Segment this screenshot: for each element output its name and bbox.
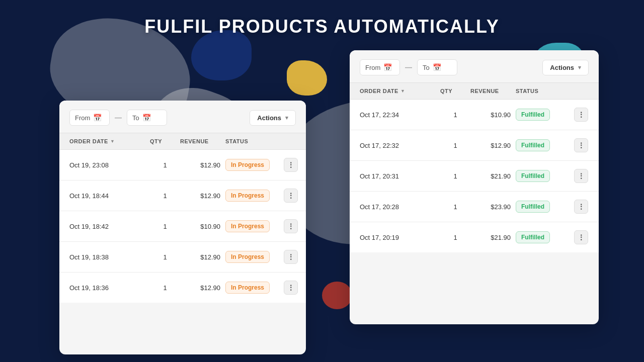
cell-qty: 1: [440, 142, 470, 149]
cell-date: Oct 17, 20:28: [360, 203, 440, 211]
cell-qty: 1: [150, 284, 180, 292]
th-order-date-right[interactable]: ORDER DATE ▼: [360, 88, 440, 94]
to-date-right[interactable]: To 📅: [417, 59, 457, 75]
row-action-button[interactable]: ⋮: [574, 108, 588, 122]
row-action-button[interactable]: ⋮: [284, 158, 298, 172]
row-action-button[interactable]: ⋮: [574, 230, 588, 244]
row-action-button[interactable]: ⋮: [284, 219, 298, 233]
from-label-right: From: [365, 64, 380, 71]
sort-icon-left: ▼: [110, 139, 115, 144]
cell-status: In Progress: [225, 190, 281, 202]
table-row: Oct 19, 18:38 1 $12.90 In Progress ⋮: [59, 242, 306, 273]
cell-actions: ⋮: [281, 158, 301, 172]
cell-actions: ⋮: [281, 189, 301, 203]
dash-left: —: [115, 114, 122, 122]
cell-qty: 1: [150, 192, 180, 200]
card-left: From 📅 — To 📅 Actions ▾ ORDER DATE ▼ QTY…: [59, 101, 306, 354]
cell-status: Fulfilled: [516, 231, 571, 243]
cell-date: Oct 17, 20:31: [360, 172, 440, 180]
table-row: Oct 17, 20:19 1 $21.90 Fulfilled ⋮: [350, 222, 599, 252]
sort-icon-right: ▼: [400, 88, 405, 94]
cell-qty: 1: [440, 203, 470, 211]
th-revenue-left: REVENUE: [180, 138, 225, 144]
to-label-left: To: [132, 114, 139, 122]
table-row: Oct 19, 18:42 1 $10.90 In Progress ⋮: [59, 211, 306, 242]
table-row: Oct 19, 18:36 1 $12.90 In Progress ⋮: [59, 273, 306, 303]
th-qty-right: QTY: [440, 88, 470, 94]
actions-button-right[interactable]: Actions ▾: [542, 60, 589, 75]
bg-blob-2: [191, 30, 252, 80]
table-row: Oct 17, 20:28 1 $23.90 Fulfilled ⋮: [350, 192, 599, 222]
chevron-down-icon-left: ▾: [285, 115, 288, 121]
cell-status: Fulfilled: [516, 139, 571, 151]
dash-right: —: [405, 63, 412, 71]
cell-status: In Progress: [225, 251, 281, 263]
cell-qty: 1: [150, 161, 180, 169]
from-label-left: From: [75, 114, 90, 122]
from-date-right[interactable]: From 📅: [360, 59, 400, 75]
cell-date: Oct 17, 20:19: [360, 234, 440, 241]
calendar-icon-from-left: 📅: [93, 114, 102, 122]
status-badge: In Progress: [225, 190, 270, 202]
cell-revenue: $12.90: [180, 253, 225, 261]
th-actions-col-right: [571, 88, 591, 94]
status-badge: In Progress: [225, 251, 270, 263]
status-badge: Fulfilled: [516, 170, 550, 182]
cell-revenue: $12.90: [470, 142, 516, 149]
actions-label-right: Actions: [550, 64, 574, 71]
row-action-button[interactable]: ⋮: [284, 189, 298, 203]
table-right: Oct 17, 22:34 1 $10.90 Fulfilled ⋮ Oct 1…: [350, 100, 599, 252]
card-right: From 📅 — To 📅 Actions ▾ ORDER DATE ▼ QTY…: [350, 50, 599, 324]
row-action-button[interactable]: ⋮: [574, 138, 588, 152]
to-date-left[interactable]: To 📅: [127, 110, 167, 126]
cell-actions: ⋮: [281, 281, 301, 295]
status-badge: Fulfilled: [516, 139, 550, 151]
cell-qty: 1: [440, 111, 470, 119]
table-row: Oct 19, 18:44 1 $12.90 In Progress ⋮: [59, 180, 306, 211]
cell-revenue: $21.90: [470, 172, 516, 180]
cell-revenue: $10.90: [180, 223, 225, 230]
row-action-button[interactable]: ⋮: [574, 169, 588, 183]
th-actions-col-left: [281, 138, 301, 144]
calendar-icon-to-left: 📅: [142, 114, 151, 122]
cell-actions: ⋮: [571, 138, 591, 152]
calendar-icon-from-right: 📅: [383, 63, 392, 71]
cell-revenue: $12.90: [180, 192, 225, 200]
cell-status: Fulfilled: [516, 170, 571, 182]
toolbar-right: From 📅 — To 📅 Actions ▾: [350, 50, 599, 82]
cell-revenue: $21.90: [470, 234, 516, 241]
bg-blob-red: [322, 282, 352, 309]
cell-date: Oct 19, 18:36: [69, 284, 150, 292]
th-status-right: STATUS: [516, 88, 571, 94]
status-badge: Fulfilled: [516, 109, 550, 121]
th-order-date-left[interactable]: ORDER DATE ▼: [69, 138, 150, 144]
row-action-button[interactable]: ⋮: [284, 250, 298, 264]
cell-date: Oct 19, 18:44: [69, 192, 150, 200]
cell-revenue: $12.90: [180, 284, 225, 292]
table-header-left: ORDER DATE ▼ QTY REVENUE STATUS: [59, 133, 306, 150]
cell-date: Oct 19, 23:08: [69, 161, 150, 169]
calendar-icon-to-right: 📅: [433, 63, 441, 71]
cell-date: Oct 19, 18:38: [69, 253, 150, 261]
cell-status: Fulfilled: [516, 109, 571, 121]
cell-date: Oct 19, 18:42: [69, 223, 150, 230]
status-badge: In Progress: [225, 282, 270, 294]
cell-status: In Progress: [225, 159, 281, 171]
actions-button-left[interactable]: Actions ▾: [250, 110, 296, 126]
status-badge: In Progress: [225, 220, 270, 232]
status-badge: Fulfilled: [516, 201, 550, 213]
row-action-button[interactable]: ⋮: [284, 281, 298, 295]
row-action-button[interactable]: ⋮: [574, 200, 588, 214]
cell-qty: 1: [150, 253, 180, 261]
cell-actions: ⋮: [571, 230, 591, 244]
cell-revenue: $12.90: [180, 161, 225, 169]
toolbar-left: From 📅 — To 📅 Actions ▾: [59, 101, 306, 133]
page-title: FULFIL PRODUCTS AUTOMATICALLY: [0, 16, 644, 37]
cell-date: Oct 17, 22:34: [360, 111, 440, 119]
from-date-left[interactable]: From 📅: [69, 110, 110, 126]
cell-actions: ⋮: [281, 219, 301, 233]
cell-actions: ⋮: [571, 200, 591, 214]
actions-label-left: Actions: [257, 114, 281, 122]
status-badge: Fulfilled: [516, 231, 550, 243]
cell-date: Oct 17, 22:32: [360, 142, 440, 149]
